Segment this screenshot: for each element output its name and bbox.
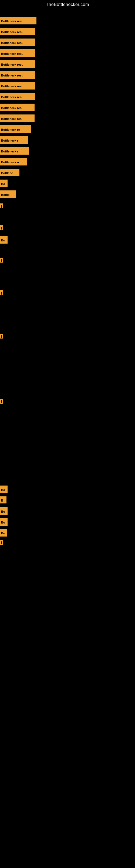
bar-row: Bottleneck resu [0,38,35,46]
bar-row: Bottleneck r [0,136,28,144]
bar-row: B [0,496,6,503]
bar-row: Bottleneck rest [0,71,35,79]
bar-label: Bo [0,486,8,493]
bar-label: Bottleneck resu [0,28,35,35]
bar-label: Bo [0,236,8,244]
bar-row: Bottleneck re [0,125,31,133]
bar-label: Bottleneck rest [0,71,35,79]
bar-row: Bottleneck n [0,158,27,165]
bar-label: | [0,399,3,404]
bar-row: Bottleneck r [0,147,29,155]
bar-label: Bottleneck re [0,125,31,133]
bar-row: Bottleneck res [0,115,35,122]
bar-label: | [0,258,3,262]
bar-row: Bottlene [0,169,19,176]
bar-row: Bo [0,529,7,536]
bar-label: | [0,540,3,545]
bar-label: Bottleneck r [0,136,28,144]
bar-row: | [0,399,3,404]
bar-label: Bottleneck resu [0,82,35,90]
bar-label: Bottleneck r [0,147,29,155]
bar-label: Bottleneck resu [0,50,35,57]
bar-label: Bottleneck res [0,104,35,111]
bar-label: | [0,334,3,339]
bar-row: | [0,290,3,295]
bar-label: Bo [0,180,8,187]
bar-label: Bo [0,529,7,536]
bar-row: Bottleneck resu [0,93,35,100]
bar-row: Bo [0,236,8,244]
bar-row: Bottleneck resu [0,28,35,35]
bar-label: B [0,496,6,503]
bar-label: | [0,204,3,208]
bar-label: | [0,225,3,230]
bar-label: Bottlene [0,169,19,176]
bar-row: Bo [0,518,8,526]
bar-row: Bottleneck resu [0,82,35,90]
bar-label: Bottle [0,190,16,198]
bar-label: Bo [0,518,8,526]
bar-row: Bottle [0,190,16,198]
bar-label: | [0,290,3,295]
bar-label: Bottleneck n [0,158,27,165]
bar-row: Bottleneck resu [0,60,35,68]
bar-label: Bottleneck res [0,115,35,122]
bar-row: Bottleneck resu [0,17,37,24]
bar-label: Bottleneck resu [0,17,37,24]
bar-row: Bottleneck resu [0,50,35,57]
bar-label: Bottleneck resu [0,38,35,46]
bar-label: Bottleneck resu [0,60,35,68]
bar-row: Bottleneck res [0,104,35,111]
bar-label: Bottleneck resu [0,93,35,100]
bar-label: Bo [0,507,8,515]
bar-row: Bo [0,507,8,515]
bar-row: Bo [0,180,8,187]
bar-row: | [0,540,3,545]
bar-row: Bo [0,486,8,493]
bar-row: | [0,334,3,339]
bar-row: | [0,225,3,230]
site-title: TheBottlenecker.com [0,0,135,8]
bar-row: | [0,204,3,208]
bar-row: | [0,258,3,262]
